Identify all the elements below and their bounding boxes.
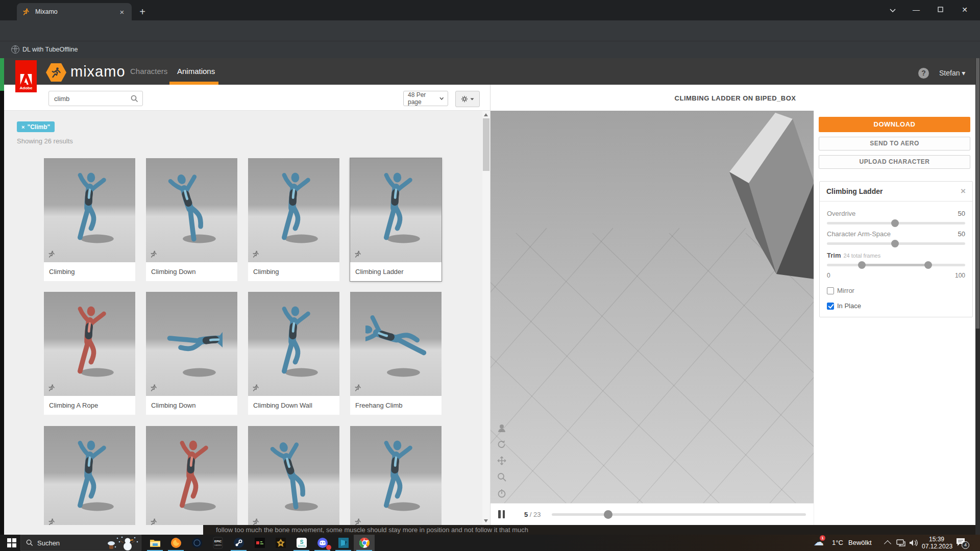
page-scrollbar-thumb[interactable] [976, 58, 979, 329]
tray-temperature[interactable]: 1°C [832, 539, 843, 551]
notification-center-icon[interactable]: 4 [955, 537, 969, 549]
taskbar-app-firefox[interactable] [165, 535, 186, 551]
user-menu[interactable]: Stefan ▾ [939, 69, 965, 77]
rotate-tool-icon[interactable] [497, 439, 507, 449]
send-to-aero-button[interactable]: SEND TO AERO [819, 137, 970, 151]
taskbar-app-explorer[interactable] [144, 535, 165, 551]
animation-card[interactable]: Climbing Ladder [350, 158, 442, 281]
scrollbar-thumb[interactable] [483, 118, 489, 171]
animation-card[interactable] [350, 426, 442, 525]
taskbar-app-discord[interactable] [312, 535, 333, 551]
filter-tag[interactable]: × "Climb" [17, 121, 55, 132]
filter-tag-label: "Climb" [27, 123, 50, 131]
volume-icon[interactable] [909, 539, 918, 547]
search-icon [131, 95, 138, 103]
screen: Mixamo × + — ✕ mixamo.com/#/?page=1&quer… [0, 0, 980, 551]
animation-card[interactable]: Freehang Climb [350, 292, 442, 415]
slider-value: 50 [958, 210, 965, 217]
adobe-logo[interactable]: Adobe [15, 60, 37, 92]
animation-card[interactable]: Climbing [248, 158, 339, 281]
close-icon[interactable]: × [961, 186, 966, 196]
network-icon[interactable] [896, 539, 905, 547]
taskbar-app-samurai[interactable] [270, 535, 291, 551]
animation-card[interactable] [248, 426, 339, 525]
search-input[interactable]: climb [48, 91, 143, 106]
mixamo-brand[interactable]: mixamo [70, 63, 126, 80]
viewer-title-strip: CLIMBING LADDER ON BIPED_BOX [491, 85, 980, 111]
taskbar-app-max3ds[interactable] [333, 535, 354, 551]
tray-expand-icon[interactable] [884, 540, 891, 547]
tab-characters[interactable]: Characters [130, 67, 167, 76]
taskbar-app-msi[interactable] [249, 535, 270, 551]
animation-card[interactable]: Climbing Down [146, 158, 237, 281]
overdrive-slider[interactable] [827, 219, 965, 227]
scroll-down-icon[interactable] [484, 519, 488, 522]
animation-card[interactable]: Climbing A Rope [44, 292, 135, 415]
animation-card-label: Freehang Climb [350, 396, 442, 415]
upload-character-button[interactable]: UPLOAD CHARACTER [819, 155, 970, 169]
window-minimize-button[interactable]: — [905, 0, 927, 19]
page-scrollbar[interactable] [975, 58, 980, 535]
taskbar-search[interactable]: Suchen [20, 535, 141, 551]
in-place-label: In Place [837, 302, 861, 310]
arm-space-slider[interactable] [827, 240, 965, 247]
scroll-up-icon[interactable] [484, 113, 488, 116]
trim-slider[interactable] [827, 261, 965, 269]
per-page-select[interactable]: 48 Per page [403, 91, 448, 106]
viewport-3d[interactable] [491, 111, 814, 503]
help-button[interactable]: ? [918, 68, 929, 79]
slider-label: Overdrive [827, 210, 855, 217]
bookmarks-bar: DL with TubeOffline [0, 41, 980, 58]
trim-start-handle[interactable] [858, 261, 866, 269]
settings-dropdown-button[interactable] [455, 91, 480, 107]
motion-type-icon [354, 384, 362, 392]
motion-type-icon [150, 518, 158, 525]
results-scrollbar[interactable] [482, 111, 490, 525]
remove-filter-icon[interactable]: × [21, 124, 24, 130]
pan-tool-icon[interactable] [497, 456, 507, 466]
taskbar-app-chrome[interactable] [354, 535, 375, 551]
taskbar-app-sovol[interactable]: SSOVOL [291, 535, 312, 551]
window-menu-icon[interactable] [881, 0, 904, 19]
animation-card[interactable] [146, 426, 237, 525]
zoom-tool-icon[interactable] [497, 472, 507, 482]
browser-tab[interactable]: Mixamo × [17, 3, 132, 20]
motion-type-icon [252, 384, 260, 392]
bookmark-item[interactable]: DL with TubeOffline [22, 46, 78, 53]
motion-type-icon [252, 250, 260, 258]
start-button[interactable] [7, 538, 16, 547]
tray-clock[interactable]: 15:39 07.12.2023 [922, 536, 951, 550]
taskbar-app-steam[interactable] [228, 535, 249, 551]
slider-handle[interactable] [891, 219, 899, 227]
trim-max: 100 [955, 272, 965, 279]
timeline-handle[interactable] [604, 510, 612, 519]
tray-condition[interactable]: Bewölkt [848, 539, 872, 551]
taskbar-app-epic[interactable]: EPICGAMES [207, 535, 228, 551]
left-edge-green [0, 58, 4, 91]
weather-widget-snowman[interactable] [105, 536, 140, 551]
character-tool-icon[interactable] [497, 423, 507, 433]
pause-button[interactable] [498, 510, 506, 518]
mirror-checkbox[interactable] [827, 287, 834, 294]
reset-tool-icon[interactable] [497, 488, 507, 498]
animation-settings-panel: Climbing Ladder × Overdrive50 Character … [819, 181, 973, 317]
animation-card[interactable] [44, 426, 135, 525]
download-button[interactable]: DOWNLOAD [819, 117, 970, 132]
taskbar-app-game[interactable] [186, 535, 207, 551]
new-tab-button[interactable]: + [136, 5, 149, 18]
trim-end-handle[interactable] [924, 261, 932, 269]
animation-card-label: Climbing Ladder [350, 262, 442, 281]
timeline-slider[interactable] [552, 513, 806, 516]
animation-card[interactable]: Climbing Down Wall [248, 292, 339, 415]
tab-close-icon[interactable]: × [117, 8, 127, 16]
tab-animations[interactable]: Animations [177, 67, 215, 76]
animation-card-label: Climbing [248, 262, 339, 281]
slider-handle[interactable] [891, 240, 899, 247]
animation-card[interactable]: Climbing [44, 158, 135, 281]
in-place-checkbox[interactable] [827, 303, 834, 310]
window-maximize-button[interactable] [929, 0, 951, 19]
window-close-button[interactable]: ✕ [953, 0, 976, 19]
weather-tray-icon[interactable]: ☁ 1 [813, 535, 830, 551]
animation-card[interactable]: Climbing Down [146, 292, 237, 415]
animation-thumbnail [44, 158, 135, 262]
